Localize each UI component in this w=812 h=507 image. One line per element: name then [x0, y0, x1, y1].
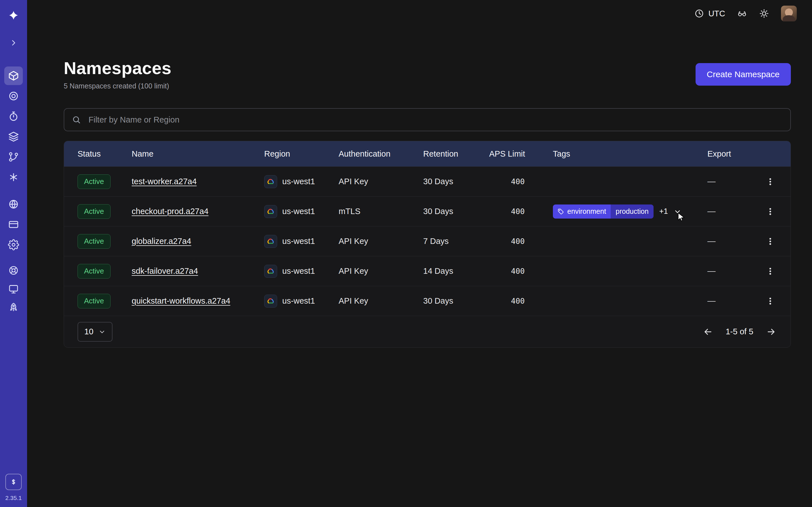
kebab-icon [765, 296, 775, 306]
tag-icon [557, 208, 564, 215]
sidebar-item-billing[interactable] [4, 215, 23, 234]
region-label: us-west1 [282, 267, 315, 276]
row-menu-button[interactable] [757, 237, 784, 246]
app-version: 2.35.1 [5, 495, 22, 501]
arrow-left-icon [703, 327, 713, 337]
tag-value: production [611, 205, 654, 219]
table-footer: 10 1-5 of 5 [64, 316, 791, 347]
monitor-icon [8, 283, 19, 295]
auth-label: mTLS [339, 207, 423, 216]
namespace-link[interactable]: sdk-failover.a27a4 [132, 267, 198, 276]
col-region: Region [264, 149, 339, 159]
row-menu-button[interactable] [757, 267, 784, 276]
retention-label: 7 Days [423, 237, 489, 246]
accessibility-glasses-button[interactable] [737, 8, 747, 18]
namespace-link[interactable]: test-worker.a27a4 [132, 177, 197, 186]
aps-limit-value: 400 [489, 177, 526, 186]
region-label: us-west1 [282, 237, 315, 246]
create-namespace-button[interactable]: Create Namespace [696, 63, 791, 86]
row-menu-button[interactable] [757, 296, 784, 306]
app-logo-icon[interactable] [4, 7, 23, 25]
sidebar-item-schedules[interactable] [4, 107, 23, 126]
tag-chip[interactable]: environment production [553, 205, 654, 219]
kebab-icon [765, 237, 775, 246]
sidebar-item-regions[interactable] [4, 195, 23, 214]
timezone-label: UTC [708, 9, 725, 18]
sidebar-expand-button[interactable] [6, 35, 21, 51]
gear-icon [8, 239, 19, 250]
table-row: Active checkout-prod.a27a4 us-west1 mTLS… [64, 196, 791, 226]
glasses-icon [737, 8, 747, 18]
export-value: — [707, 237, 757, 246]
main-content: Namespaces 5 Namespaces created (100 lim… [27, 58, 812, 348]
region-label: us-west1 [282, 177, 315, 186]
row-menu-button[interactable] [757, 177, 784, 186]
pagination-range: 1-5 of 5 [726, 327, 753, 336]
sun-icon [759, 8, 769, 18]
sidebar-item-support[interactable] [4, 262, 23, 279]
clock-icon [694, 8, 704, 18]
status-badge: Active [78, 294, 110, 308]
rocket-icon [8, 302, 19, 313]
layers-icon [8, 131, 19, 142]
col-authentication: Authentication [339, 149, 423, 159]
aps-limit-value: 400 [489, 297, 526, 305]
avatar[interactable] [781, 6, 797, 21]
namespace-link[interactable]: checkout-prod.a27a4 [132, 207, 208, 216]
gcp-cloud-icon [264, 175, 277, 188]
col-retention: Retention [423, 149, 489, 159]
namespace-link[interactable]: quickstart-workflows.a27a4 [132, 296, 231, 305]
next-page-button[interactable] [766, 327, 776, 337]
status-badge: Active [78, 174, 110, 189]
sidebar-item-getting-started[interactable] [4, 299, 23, 316]
theme-toggle-button[interactable] [759, 8, 769, 18]
export-value: — [707, 296, 757, 305]
page-title: Namespaces [64, 58, 171, 78]
prev-page-button[interactable] [703, 327, 713, 337]
dollar-usage-icon [8, 477, 18, 487]
arrow-right-icon [766, 327, 776, 337]
usage-button[interactable] [5, 474, 22, 490]
page-header: Namespaces 5 Namespaces created (100 lim… [64, 58, 791, 90]
lifebuoy-icon [8, 265, 19, 276]
gcp-cloud-icon [264, 205, 277, 218]
kebab-icon [765, 267, 775, 276]
timezone-selector[interactable]: UTC [694, 8, 725, 18]
retention-label: 30 Days [423, 207, 489, 216]
namespace-link[interactable]: globalizer.a27a4 [132, 237, 191, 245]
sidebar-item-namespaces[interactable] [4, 66, 23, 85]
tags-expand-button[interactable] [673, 208, 681, 216]
row-menu-button[interactable] [757, 207, 784, 216]
col-name: Name [132, 149, 264, 159]
timer-icon [8, 111, 19, 122]
sidebar-item-settings[interactable] [4, 235, 23, 254]
table-header-row: Status Name Region Authentication Retent… [64, 141, 791, 166]
search-input[interactable] [64, 108, 791, 131]
retention-label: 30 Days [423, 177, 489, 186]
sidebar-item-batch[interactable] [4, 168, 23, 186]
sidebar-item-deployments[interactable] [4, 127, 23, 146]
auth-label: API Key [339, 177, 423, 186]
gcp-cloud-icon [264, 235, 277, 248]
kebab-icon [765, 207, 775, 216]
page-size-select[interactable]: 10 [78, 322, 112, 342]
status-badge: Active [78, 264, 110, 279]
asterisk-icon [8, 172, 19, 183]
gcp-cloud-icon [264, 295, 277, 307]
namespaces-table: Status Name Region Authentication Retent… [64, 141, 791, 348]
sidebar-item-nexus[interactable] [4, 87, 23, 105]
aps-limit-value: 400 [489, 207, 526, 216]
table-row: Active test-worker.a27a4 us-west1 API Ke… [64, 166, 791, 196]
col-export: Export [707, 149, 757, 159]
chevron-down-icon [98, 328, 106, 335]
region-label: us-west1 [282, 296, 315, 305]
export-value: — [707, 267, 757, 276]
sidebar-item-workflows[interactable] [4, 148, 23, 166]
gcp-cloud-icon [264, 265, 277, 278]
page-size-value: 10 [84, 327, 93, 336]
table-row: Active globalizer.a27a4 us-west1 API Key… [64, 226, 791, 256]
tag-key: environment [567, 207, 606, 216]
retention-label: 30 Days [423, 296, 489, 305]
sidebar-item-console[interactable] [4, 281, 23, 297]
cube-icon [8, 70, 19, 81]
